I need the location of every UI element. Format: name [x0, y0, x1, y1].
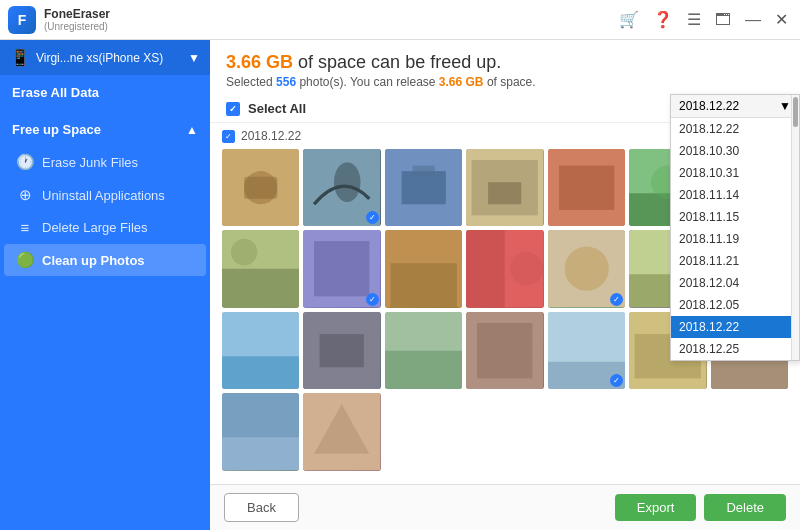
sidebar-item-uninstall-apps[interactable]: ⊕ Uninstall Applications — [4, 179, 206, 211]
uninstall-apps-label: Uninstall Applications — [42, 188, 165, 203]
date-item-9[interactable]: 2018.12.22 — [671, 316, 799, 338]
svg-rect-10 — [488, 182, 521, 204]
date-item-2[interactable]: 2018.10.31 — [671, 162, 799, 184]
photo-inner — [466, 312, 543, 389]
select-all-bar: Select All 2018.12.22 ▼ 2018.12.22 2018.… — [210, 95, 800, 123]
title-bar-left: F FoneEraser (Unregistered) — [8, 6, 110, 34]
main-layout: 📱 Virgi...ne xs(iPhone XS) ▼ Erase All D… — [0, 40, 800, 530]
svg-rect-21 — [222, 269, 299, 308]
svg-rect-51 — [222, 393, 299, 437]
date-group-checkbox[interactable] — [222, 130, 235, 143]
date-item-7[interactable]: 2018.12.04 — [671, 272, 799, 294]
dropdown-scrollbar — [791, 95, 799, 360]
svg-point-4 — [334, 162, 361, 202]
photo-thumb[interactable] — [222, 393, 299, 470]
freed-title-suffix: of space can be freed up. — [298, 52, 501, 72]
date-item-4[interactable]: 2018.11.15 — [671, 206, 799, 228]
menu-icon[interactable]: ☰ — [683, 8, 705, 31]
date-item-1[interactable]: 2018.10.30 — [671, 140, 799, 162]
photo-thumb[interactable] — [466, 230, 543, 307]
photo-thumb[interactable] — [303, 312, 380, 389]
release-size: 3.66 GB — [439, 75, 484, 89]
photo-thumb[interactable] — [548, 230, 625, 307]
svg-rect-26 — [390, 264, 456, 308]
date-item-10[interactable]: 2018.12.25 — [671, 338, 799, 360]
export-button[interactable]: Export — [615, 494, 697, 521]
bottom-bar: Back Export Delete — [210, 484, 800, 530]
delete-button[interactable]: Delete — [704, 494, 786, 521]
free-up-header[interactable]: Free up Space ▲ — [0, 114, 210, 145]
photo-thumb[interactable] — [222, 312, 299, 389]
window-controls: 🛒 ❓ ☰ 🗔 — ✕ — [615, 8, 792, 31]
select-all-checkbox[interactable] — [226, 102, 240, 116]
app-name: FoneEraser — [44, 7, 110, 21]
photo-inner — [303, 393, 380, 470]
photo-inner — [222, 230, 299, 307]
device-chevron-icon: ▼ — [188, 51, 200, 65]
device-name: Virgi...ne xs(iPhone XS) — [36, 51, 182, 65]
cart-icon[interactable]: 🛒 — [615, 8, 643, 31]
svg-rect-2 — [244, 177, 277, 199]
photo-inner — [303, 312, 380, 389]
photo-inner — [222, 149, 299, 226]
date-item-0[interactable]: 2018.12.22 — [671, 118, 799, 140]
close-button[interactable]: ✕ — [771, 8, 792, 31]
help-icon[interactable]: ❓ — [649, 8, 677, 31]
date-dropdown-current: 2018.12.22 — [679, 99, 739, 113]
svg-rect-39 — [320, 334, 364, 367]
erase-junk-label: Erase Junk Files — [42, 155, 138, 170]
date-group-label: 2018.12.22 — [241, 129, 301, 143]
app-info: FoneEraser (Unregistered) — [44, 7, 110, 32]
free-up-section: Free up Space ▲ 🕐 Erase Junk Files ⊕ Uni… — [0, 114, 210, 277]
delete-large-label: Delete Large Files — [42, 220, 148, 235]
photo-thumb[interactable] — [303, 230, 380, 307]
free-up-label: Free up Space — [12, 122, 101, 137]
photo-check — [366, 293, 379, 306]
content-title: 3.66 GB of space can be freed up. — [226, 52, 784, 73]
app-subtitle: (Unregistered) — [44, 21, 110, 32]
photo-thumb[interactable] — [222, 230, 299, 307]
photo-inner — [548, 149, 625, 226]
back-button[interactable]: Back — [224, 493, 299, 522]
photo-thumb[interactable] — [303, 149, 380, 226]
photo-thumb[interactable] — [548, 149, 625, 226]
dropdown-scrollbar-thumb — [793, 97, 798, 127]
free-up-chevron-icon: ▲ — [186, 123, 198, 137]
sidebar: 📱 Virgi...ne xs(iPhone XS) ▼ Erase All D… — [0, 40, 210, 530]
sidebar-item-delete-large[interactable]: ≡ Delete Large Files — [4, 212, 206, 243]
date-item-3[interactable]: 2018.11.14 — [671, 184, 799, 206]
freed-size: 3.66 GB — [226, 52, 293, 72]
sidebar-item-clean-photos[interactable]: 🟢 Clean up Photos — [4, 244, 206, 276]
photo-thumb[interactable] — [222, 149, 299, 226]
device-selector[interactable]: 📱 Virgi...ne xs(iPhone XS) ▼ — [0, 40, 210, 75]
svg-rect-43 — [477, 323, 532, 378]
svg-rect-12 — [559, 166, 614, 210]
date-item-5[interactable]: 2018.11.19 — [671, 228, 799, 250]
clean-photos-label: Clean up Photos — [42, 253, 145, 268]
photo-thumb[interactable] — [385, 312, 462, 389]
photo-inner — [222, 312, 299, 389]
photo-inner — [385, 230, 462, 307]
app-icon: F — [8, 6, 36, 34]
uninstall-apps-icon: ⊕ — [16, 186, 34, 204]
date-dropdown-header[interactable]: 2018.12.22 ▼ — [671, 95, 799, 118]
photo-thumb[interactable] — [466, 312, 543, 389]
photo-thumb[interactable] — [385, 149, 462, 226]
content-area: 3.66 GB of space can be freed up. Select… — [210, 40, 800, 530]
svg-rect-41 — [385, 351, 462, 390]
sidebar-item-erase-junk[interactable]: 🕐 Erase Junk Files — [4, 146, 206, 178]
minimize-icon[interactable]: 🗔 — [711, 9, 735, 31]
photo-thumb[interactable] — [385, 230, 462, 307]
photo-check — [610, 293, 623, 306]
clean-photos-icon: 🟢 — [16, 251, 34, 269]
minimize-button[interactable]: — — [741, 9, 765, 31]
date-item-8[interactable]: 2018.12.05 — [671, 294, 799, 316]
right-buttons: Export Delete — [615, 494, 786, 521]
photo-thumb[interactable] — [466, 149, 543, 226]
date-item-6[interactable]: 2018.11.21 — [671, 250, 799, 272]
date-dropdown[interactable]: 2018.12.22 ▼ 2018.12.22 2018.10.30 2018.… — [670, 94, 800, 361]
svg-point-22 — [231, 239, 258, 266]
photo-thumb[interactable] — [303, 393, 380, 470]
photo-thumb[interactable] — [548, 312, 625, 389]
content-subtitle: Selected 556 photo(s). You can release 3… — [226, 75, 784, 89]
